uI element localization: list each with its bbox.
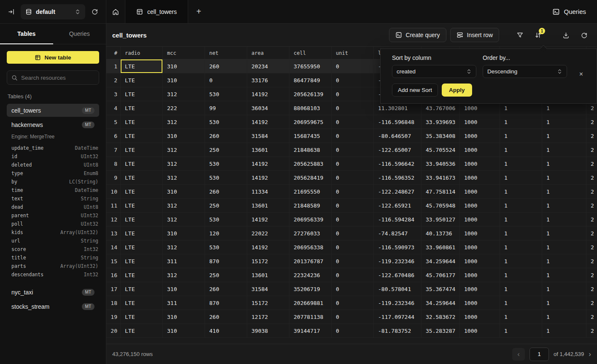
table-cell[interactable]: 311 (163, 296, 205, 310)
table-cell[interactable]: 2 (586, 213, 597, 226)
table-cell[interactable]: 1 (542, 310, 586, 324)
table-cell[interactable]: 15172 (247, 254, 289, 268)
table-cell[interactable]: LTE (121, 115, 163, 129)
download-button[interactable] (559, 28, 573, 42)
table-cell[interactable]: 0 (332, 240, 374, 254)
table-cell[interactable]: 14192 (247, 240, 289, 254)
queries-button[interactable]: Queries (541, 0, 597, 23)
table-cell[interactable]: 1000 (460, 240, 500, 254)
table-cell[interactable]: 201376787 (289, 254, 332, 268)
table-cell[interactable]: -116.590973 (374, 240, 421, 254)
table-cell[interactable]: 31584 (247, 282, 289, 296)
table-cell[interactable]: 1000 (460, 115, 500, 129)
table-cell[interactable]: 250 (205, 143, 247, 156)
table-cell[interactable]: 33.941673 (421, 171, 460, 184)
table-cell[interactable]: 0 (332, 213, 374, 226)
sidebar-collapse-button[interactable] (5, 5, 18, 18)
table-cell[interactable]: 1000 (460, 171, 500, 184)
table-cell[interactable]: -74.82547 (374, 226, 421, 240)
table-cell[interactable]: 0 (332, 129, 374, 143)
table-cell[interactable]: 1 (500, 324, 542, 337)
table-cell[interactable]: 870 (205, 296, 247, 310)
table-cell[interactable]: 206956338 (289, 240, 332, 254)
table-cell[interactable]: 1 (500, 240, 542, 254)
table-cell[interactable]: 14192 (247, 171, 289, 184)
table-cell[interactable]: LTE (121, 129, 163, 143)
table-cell[interactable]: 1000 (460, 254, 500, 268)
table-cell[interactable]: -116.596352 (374, 171, 421, 184)
table-cell[interactable]: 1 (500, 226, 542, 240)
close-sort-popup-button[interactable]: × (579, 71, 583, 78)
table-cell[interactable]: 530 (205, 115, 247, 129)
table-cell[interactable]: 2 (586, 199, 597, 212)
table-cell[interactable]: 0 (332, 296, 374, 310)
sidebar-item-cell_towers[interactable]: cell_towersMT (7, 104, 99, 117)
table-cell[interactable]: 1 (542, 296, 586, 310)
table-cell[interactable]: LTE (121, 143, 163, 156)
table-cell[interactable]: -122.65007 (374, 143, 421, 156)
table-cell[interactable]: 39038 (247, 324, 289, 337)
table-cell[interactable]: 250 (205, 268, 247, 282)
table-cell[interactable]: 33.960861 (421, 240, 460, 254)
table-cell[interactable]: 312 (163, 87, 205, 101)
table-cell[interactable]: 12172 (247, 310, 289, 324)
column-header-cell[interactable]: cell (289, 47, 332, 59)
table-cell[interactable]: 33.950127 (421, 213, 460, 226)
table-cell[interactable]: 2 (586, 240, 597, 254)
table-cell[interactable]: LTE (121, 171, 163, 184)
table-cell[interactable]: 32.583672 (421, 310, 460, 324)
table-cell[interactable]: 1000 (460, 324, 500, 337)
table-cell[interactable]: 1 (500, 254, 542, 268)
table-cell[interactable]: 0 (332, 282, 374, 296)
table-cell[interactable]: 312 (163, 171, 205, 184)
table-cell[interactable]: -81.783752 (374, 324, 421, 337)
table-cell[interactable]: 45.706177 (421, 268, 460, 282)
table-cell[interactable]: 312 (163, 240, 205, 254)
column-header-radio[interactable]: radio (121, 47, 163, 59)
next-page-button[interactable]: › (589, 350, 591, 359)
new-table-button[interactable]: New table (7, 51, 99, 64)
column-header-row-number[interactable]: # (106, 47, 121, 59)
table-cell[interactable]: LTE (121, 282, 163, 296)
table-cell[interactable]: 86477849 (289, 73, 332, 87)
table-cell[interactable]: LTE (121, 268, 163, 282)
table-cell[interactable]: 15687435 (289, 129, 332, 143)
table-cell[interactable]: -80.646507 (374, 129, 421, 143)
table-cell[interactable]: 14192 (247, 115, 289, 129)
table-cell[interactable]: 1 (542, 213, 586, 226)
table-cell[interactable]: 1 (542, 226, 586, 240)
apply-sort-button[interactable]: Apply (442, 84, 472, 97)
table-cell[interactable]: LTE (121, 324, 163, 337)
table-cell[interactable]: 250 (205, 199, 247, 212)
table-cell[interactable]: 14192 (247, 87, 289, 101)
table-cell[interactable]: 260 (205, 129, 247, 143)
table-cell[interactable]: 530 (205, 171, 247, 184)
table-cell[interactable]: 310 (163, 59, 205, 73)
table-cell[interactable]: -116.596642 (374, 157, 421, 170)
table-cell[interactable]: 31584 (247, 129, 289, 143)
table-cell[interactable]: 35.283287 (421, 324, 460, 337)
table-cell[interactable]: 1000 (460, 268, 500, 282)
table-cell[interactable]: 45.705524 (421, 143, 460, 156)
table-cell[interactable]: LTE (121, 157, 163, 170)
table-cell[interactable]: 0 (332, 226, 374, 240)
table-cell[interactable]: 99 (205, 101, 247, 115)
table-cell[interactable]: 1 (500, 157, 542, 170)
table-cell[interactable]: 260 (205, 59, 247, 73)
table-cell[interactable]: 21848589 (289, 199, 332, 212)
table-cell[interactable]: 0 (332, 115, 374, 129)
add-new-sort-button[interactable]: Add new Sort (392, 84, 438, 97)
table-cell[interactable]: 870 (205, 254, 247, 268)
table-cell[interactable]: 206959675 (289, 115, 332, 129)
table-cell[interactable]: 1 (500, 171, 542, 184)
table-cell[interactable]: LTE (121, 226, 163, 240)
table-cell[interactable]: 410 (205, 324, 247, 337)
table-cell[interactable]: 0 (332, 171, 374, 184)
table-cell[interactable]: 1 (500, 129, 542, 143)
table-cell[interactable]: 14192 (247, 213, 289, 226)
table-cell[interactable]: 11334 (247, 185, 289, 198)
table-cell[interactable]: 0 (332, 73, 374, 87)
table-cell[interactable]: 33176 (247, 73, 289, 87)
table-cell[interactable]: 1 (542, 199, 586, 212)
table-cell[interactable]: 1000 (460, 185, 500, 198)
